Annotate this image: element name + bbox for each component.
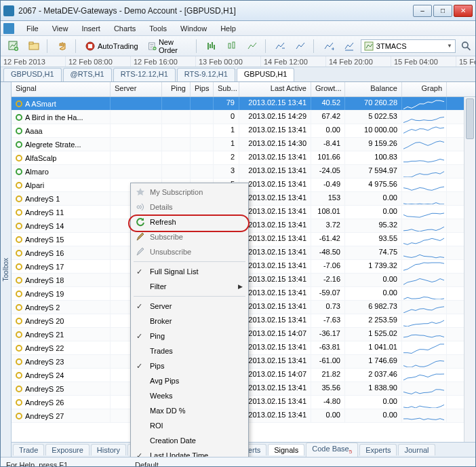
ctx-label: Details xyxy=(150,203,173,211)
menu-help[interactable]: Help xyxy=(214,23,243,34)
profiles-button[interactable] xyxy=(25,39,43,54)
cell-balance: 95.32 xyxy=(345,219,402,232)
close-button[interactable]: ✕ xyxy=(454,5,473,17)
menu-file[interactable]: File xyxy=(20,23,45,34)
ctx-label: Ping xyxy=(150,332,165,340)
bottom-tab-journal[interactable]: Journal xyxy=(398,444,435,455)
refresh-icon xyxy=(136,217,145,227)
bottom-tab-experts[interactable]: Experts xyxy=(359,444,397,455)
menu-view[interactable]: View xyxy=(45,23,75,34)
ctx-col-avg-pips[interactable]: Avg Pips xyxy=(132,373,247,388)
new-chart-button[interactable] xyxy=(5,39,22,54)
toolbox-side-tab[interactable]: Toolbox xyxy=(1,82,12,457)
menu-tools[interactable]: Tools xyxy=(142,23,174,34)
menu-window[interactable]: Window xyxy=(174,23,214,34)
ctx-details[interactable]: Details xyxy=(132,200,247,214)
chart-line-button[interactable] xyxy=(243,39,261,54)
hand-tool-button[interactable] xyxy=(54,39,71,54)
signal-name: AndreyS 14 xyxy=(25,222,64,230)
col-server[interactable]: Server xyxy=(111,82,162,96)
cell-growth: -8.41 xyxy=(311,138,345,151)
col-signal[interactable]: Signal xyxy=(12,82,111,96)
cell-pips xyxy=(191,111,214,124)
cell-growth: 35.56 xyxy=(311,382,345,395)
ctx-unsubscribe[interactable]: Unsubscribe xyxy=(132,244,247,259)
ruler-tick: 13 Feb 00:00 xyxy=(196,56,261,67)
menu-charts[interactable]: Charts xyxy=(107,23,142,34)
chart-candle-button[interactable] xyxy=(223,39,241,54)
chart-shift-button[interactable] xyxy=(320,39,338,54)
ctx-label: ROI xyxy=(150,422,163,430)
chart-bar-button[interactable] xyxy=(203,39,220,54)
symbol-tab[interactable]: RTS-12.12,H1 xyxy=(113,68,176,81)
ctx-refresh[interactable]: Refresh xyxy=(132,214,247,229)
ctx-subscribe[interactable]: Subscribe xyxy=(132,229,247,244)
col-balance[interactable]: Balance xyxy=(345,82,402,96)
table-row[interactable]: Alegrete Strate...12013.02.15 14:30-8.41… xyxy=(12,138,475,151)
ctx-col-pips[interactable]: ✓Pips xyxy=(132,358,247,373)
ctx-col-creation[interactable]: Creation Date xyxy=(132,433,247,448)
maximize-button[interactable]: □ xyxy=(433,5,452,17)
vertical-scrollbar[interactable] xyxy=(464,97,475,457)
ctx-full-signal-list[interactable]: ✓Full Signal List xyxy=(132,264,247,279)
autoscroll-button[interactable] xyxy=(340,39,358,54)
cell-signal: AndreyS 14 xyxy=(12,219,111,232)
cell-graph xyxy=(402,97,447,110)
bottom-tab-exposure[interactable]: Exposure xyxy=(45,444,89,455)
symbol-tab[interactable]: GBPUSD,H1 xyxy=(3,68,62,81)
signal-name: Aaaa xyxy=(25,127,43,135)
ctx-filter[interactable]: Filter▶ xyxy=(132,279,247,294)
ctx-col-server[interactable]: ✓Server xyxy=(132,299,247,314)
table-row[interactable]: A ASmart792013.02.15 13:4140.5270 260.28 xyxy=(12,97,475,111)
ctx-col-ping[interactable]: ✓Ping xyxy=(132,329,247,343)
cell-graph xyxy=(402,341,447,354)
new-order-button[interactable]: New Order xyxy=(144,36,193,56)
ctx-col-broker[interactable]: Broker xyxy=(132,314,247,329)
search-button[interactable] xyxy=(461,40,471,52)
cell-graph xyxy=(402,382,447,395)
ctx-col-last-update[interactable]: ✓Last Update Time xyxy=(132,448,247,457)
ctx-col-trades[interactable]: Trades xyxy=(132,343,247,358)
symbol-tab[interactable]: @RTS,H1 xyxy=(63,68,112,81)
cell-active: 2013.02.15 13:41 xyxy=(239,314,311,327)
symbol-tab[interactable]: RTS-9.12,H1 xyxy=(177,68,235,81)
cell-sub: 0 xyxy=(214,111,239,124)
bottom-tab-code-base[interactable]: Code Base5 xyxy=(306,443,358,456)
cell-growth: -4.80 xyxy=(311,396,345,409)
bottom-tab-signals[interactable]: Signals xyxy=(268,444,304,455)
minimize-button[interactable]: – xyxy=(413,5,432,17)
signal-name: AndreyS 19 xyxy=(25,290,64,298)
menu-insert[interactable]: Insert xyxy=(75,23,107,34)
ctx-col-max-dd[interactable]: Max DD % xyxy=(132,403,247,418)
col-graph[interactable]: Graph xyxy=(402,82,447,96)
star-icon xyxy=(136,187,145,197)
cell-signal: Almaro xyxy=(12,165,111,178)
signal-name: Almaro xyxy=(25,168,49,176)
cell-graph xyxy=(402,328,447,341)
signal-name: AlfaScalp xyxy=(25,154,56,162)
col-pips[interactable]: Pips xyxy=(191,82,214,96)
table-row[interactable]: Aaaa12013.02.15 13:410.0010 000.00 xyxy=(12,124,475,138)
zoom-out-button[interactable] xyxy=(292,39,309,54)
ctx-my-subscription[interactable]: My Subscription xyxy=(132,185,247,200)
autotrading-button[interactable]: AutoTrading xyxy=(81,39,142,54)
zoom-in-button[interactable] xyxy=(271,39,289,54)
cell-growth: -24.05 xyxy=(311,165,345,178)
ctx-col-weeks[interactable]: Weeks xyxy=(132,388,247,403)
cell-signal: AndreyS 26 xyxy=(12,396,111,409)
table-row[interactable]: AlfaScalp22013.02.15 13:41101.66100.83 xyxy=(12,151,475,165)
col-growth[interactable]: Growt... xyxy=(311,82,345,96)
indicator-dropdown[interactable]: 3TMACS ▼ xyxy=(361,39,456,53)
col-sub[interactable]: Sub... xyxy=(214,82,239,96)
bottom-tab-history[interactable]: History xyxy=(91,444,126,455)
symbol-tab[interactable]: GBPUSD,H1 xyxy=(237,68,295,81)
cell-ping xyxy=(162,97,191,110)
table-row[interactable]: Almaro32013.02.15 13:41-24.057 594.97 xyxy=(12,165,475,179)
bottom-tab-trade[interactable]: Trade xyxy=(13,444,44,455)
cell-server xyxy=(111,124,162,137)
col-ping[interactable]: Ping xyxy=(162,82,191,96)
scrollbar-thumb[interactable] xyxy=(466,98,474,139)
ctx-col-roi[interactable]: ROI xyxy=(132,418,247,433)
table-row[interactable]: A Bird in the Ha...02013.02.15 14:2967.4… xyxy=(12,111,475,124)
col-active[interactable]: Last Active xyxy=(239,82,311,96)
